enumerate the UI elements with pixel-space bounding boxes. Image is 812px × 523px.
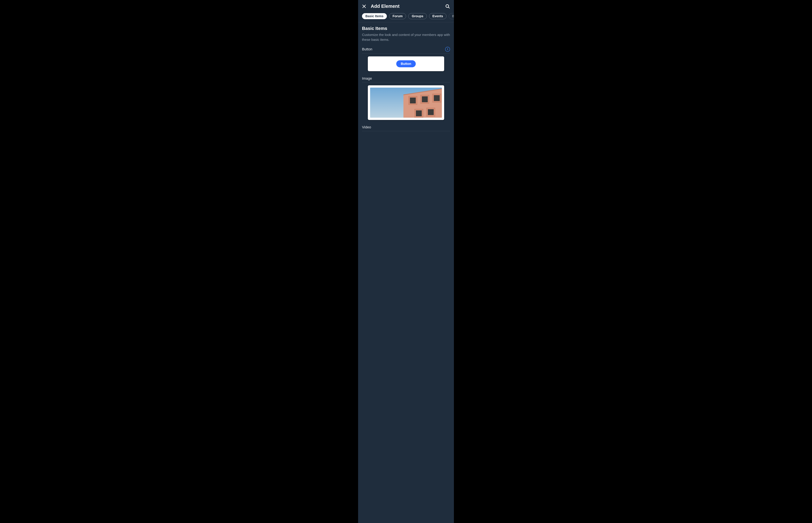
tab-blog[interactable]: Blog: [449, 13, 454, 19]
svg-line-3: [448, 7, 449, 8]
close-icon[interactable]: [362, 4, 366, 8]
item-row-video: Video: [362, 125, 450, 131]
item-label-image: Image: [362, 76, 372, 80]
preview-card-image[interactable]: [368, 85, 444, 120]
svg-rect-15: [416, 110, 422, 116]
section-description: Customize the look and content of your m…: [362, 32, 450, 42]
tabs: Basic Items Forum Groups Events Blog: [358, 12, 454, 22]
info-icon[interactable]: i: [445, 47, 450, 52]
page-title: Add Element: [371, 4, 440, 9]
tab-forum[interactable]: Forum: [389, 13, 406, 19]
tab-events[interactable]: Events: [429, 13, 447, 19]
item-row-image: Image: [362, 76, 450, 83]
tab-groups[interactable]: Groups: [408, 13, 427, 19]
sample-button[interactable]: Button: [396, 60, 416, 67]
svg-rect-12: [434, 95, 440, 101]
item-label-video: Video: [362, 125, 371, 129]
svg-rect-16: [428, 109, 434, 115]
item-label-button: Button: [362, 47, 372, 51]
search-icon[interactable]: [445, 4, 450, 9]
preview-card-button[interactable]: Button: [368, 56, 444, 71]
add-element-panel: Add Element Basic Items Forum Groups Eve…: [358, 0, 454, 523]
section-title: Basic Items: [362, 26, 450, 31]
svg-rect-11: [422, 96, 428, 102]
item-row-button: Button i: [362, 47, 450, 53]
content: Basic Items Customize the look and conte…: [358, 22, 454, 131]
header: Add Element: [358, 0, 454, 12]
tab-basic-items[interactable]: Basic Items: [362, 13, 387, 19]
sample-image: [370, 88, 442, 118]
svg-rect-10: [410, 97, 416, 103]
